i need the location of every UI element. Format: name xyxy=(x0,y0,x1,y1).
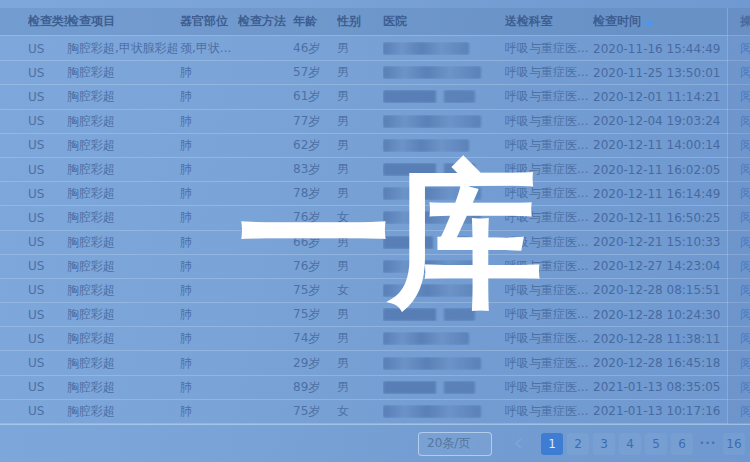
cell-organ: 颈,甲状... xyxy=(180,40,238,57)
cell-organ: 肺 xyxy=(180,355,238,372)
read-film-link[interactable]: 阅片 xyxy=(740,331,750,345)
chevron-down-icon xyxy=(476,437,486,447)
cell-type: US xyxy=(28,163,67,177)
cell-organ: 肺 xyxy=(180,258,238,275)
cell-time: 2020-12-28 10:24:30 xyxy=(593,308,740,322)
cell-dept: 呼吸与重症医... xyxy=(505,88,593,105)
pagination-bar: 20条/页 123456•••16 xyxy=(0,424,750,462)
cell-hospital xyxy=(383,357,505,370)
cell-action: 阅片 xyxy=(740,403,750,420)
read-film-link[interactable]: 阅片 xyxy=(740,307,750,321)
read-film-link[interactable]: 阅片 xyxy=(740,65,750,79)
cell-gender: 男 xyxy=(337,355,383,372)
read-film-link[interactable]: 阅片 xyxy=(740,259,750,273)
cell-dept: 呼吸与重症医... xyxy=(505,403,593,420)
cell-dept: 呼吸与重症医... xyxy=(505,64,593,81)
sort-ascending-icon[interactable] xyxy=(645,19,653,25)
page-button-4[interactable]: 4 xyxy=(619,433,641,455)
page-button-1[interactable]: 1 xyxy=(541,433,563,455)
cell-hospital xyxy=(383,66,505,79)
cell-organ: 肺 xyxy=(180,379,238,396)
column-header-3: 器官部位 xyxy=(180,13,238,30)
column-header-label: 医院 xyxy=(383,14,407,28)
table-row: US胸腔彩超肺57岁男呼吸与重症医...2020-11-25 13:50:01阅… xyxy=(0,61,750,85)
read-film-link[interactable]: 阅片 xyxy=(740,404,750,418)
cell-type: US xyxy=(28,380,67,394)
cell-action: 阅片 xyxy=(740,234,750,251)
cell-organ: 肺 xyxy=(180,137,238,154)
watermark: 一库 xyxy=(237,156,539,319)
column-header-1: 检查类型 xyxy=(28,13,67,30)
cell-time: 2020-12-11 16:14:49 xyxy=(593,187,740,201)
column-header-label: 性别 xyxy=(337,14,361,28)
page-ellipsis-button[interactable]: ••• xyxy=(697,433,719,455)
read-film-link[interactable]: 阅片 xyxy=(740,356,750,370)
page-button-3[interactable]: 3 xyxy=(593,433,615,455)
cell-time: 2020-12-28 08:15:51 xyxy=(593,283,740,297)
cell-action: 阅片 xyxy=(740,113,750,130)
cell-item: 胸腔彩超 xyxy=(67,161,180,178)
cell-time: 2021-01-13 08:35:05 xyxy=(593,380,740,394)
cell-type: US xyxy=(28,42,67,56)
table-row: US胸腔彩超,甲状腺彩超颈,甲状...46岁男呼吸与重症医...2020-11-… xyxy=(0,37,750,61)
page-button-5[interactable]: 5 xyxy=(645,433,667,455)
read-film-link[interactable]: 阅片 xyxy=(740,162,750,176)
cell-action: 阅片 xyxy=(740,379,750,396)
column-header-label: 检查类型 xyxy=(28,14,67,28)
cell-action: 阅片 xyxy=(740,161,750,178)
cell-action: 阅片 xyxy=(740,258,750,275)
cell-time: 2020-11-16 15:44:49 xyxy=(593,42,740,56)
cell-item: 胸腔彩超 xyxy=(67,137,180,154)
cell-hospital xyxy=(383,115,505,128)
cell-action: 阅片 xyxy=(740,64,750,81)
cell-type: US xyxy=(28,211,67,225)
cell-type: US xyxy=(28,114,67,128)
cell-age: 74岁 xyxy=(293,330,337,347)
hospital-redacted-text xyxy=(383,42,469,55)
study-list-screen: 检查类型检查项目器官部位检查方法年龄性别医院送检科室检查时间操作 US胸腔彩超,… xyxy=(0,0,750,462)
page-button-6[interactable]: 6 xyxy=(671,433,693,455)
read-film-link[interactable]: 阅片 xyxy=(740,89,750,103)
read-film-link[interactable]: 阅片 xyxy=(740,41,750,55)
read-film-link[interactable]: 阅片 xyxy=(740,210,750,224)
cell-organ: 肺 xyxy=(180,88,238,105)
read-film-link[interactable]: 阅片 xyxy=(740,186,750,200)
cell-action: 阅片 xyxy=(740,306,750,323)
column-header-2: 检查项目 xyxy=(67,13,180,30)
cell-time: 2020-12-28 16:45:18 xyxy=(593,356,740,370)
column-header-6: 性别 xyxy=(337,13,383,30)
cell-action: 阅片 xyxy=(740,185,750,202)
column-header-10: 操作 xyxy=(740,13,750,30)
column-header-label: 检查时间 xyxy=(593,14,641,28)
cell-gender: 男 xyxy=(337,113,383,130)
cell-age: 89岁 xyxy=(293,379,337,396)
cell-organ: 肺 xyxy=(180,234,238,251)
table-row: US胸腔彩超肺61岁男呼吸与重症医...2020-12-01 11:14:21阅… xyxy=(0,85,750,109)
page-button-16[interactable]: 16 xyxy=(723,433,745,455)
page-size-select[interactable]: 20条/页 xyxy=(418,432,492,456)
read-film-link[interactable]: 阅片 xyxy=(740,283,750,297)
cell-organ: 肺 xyxy=(180,185,238,202)
column-header-5: 年龄 xyxy=(293,13,337,30)
cell-action: 阅片 xyxy=(740,88,750,105)
cell-time: 2021-01-13 10:17:16 xyxy=(593,404,740,418)
cell-gender: 男 xyxy=(337,64,383,81)
cell-hospital xyxy=(383,332,505,345)
cell-time: 2020-12-11 16:50:25 xyxy=(593,211,740,225)
cell-dept: 呼吸与重症医... xyxy=(505,355,593,372)
column-header-label: 检查方法 xyxy=(238,14,286,28)
hospital-redacted-text xyxy=(383,90,475,103)
cell-time: 2020-12-27 14:23:04 xyxy=(593,259,740,273)
read-film-link[interactable]: 阅片 xyxy=(740,114,750,128)
read-film-link[interactable]: 阅片 xyxy=(740,138,750,152)
prev-page-button[interactable] xyxy=(509,433,531,455)
cell-organ: 肺 xyxy=(180,306,238,323)
read-film-link[interactable]: 阅片 xyxy=(740,235,750,249)
cell-time: 2020-12-04 19:03:24 xyxy=(593,114,740,128)
cell-item: 胸腔彩超 xyxy=(67,403,180,420)
cell-action: 阅片 xyxy=(740,137,750,154)
read-film-link[interactable]: 阅片 xyxy=(740,380,750,394)
column-header-9[interactable]: 检查时间 xyxy=(593,13,740,30)
page-button-2[interactable]: 2 xyxy=(567,433,589,455)
column-header-label: 检查项目 xyxy=(67,14,115,28)
